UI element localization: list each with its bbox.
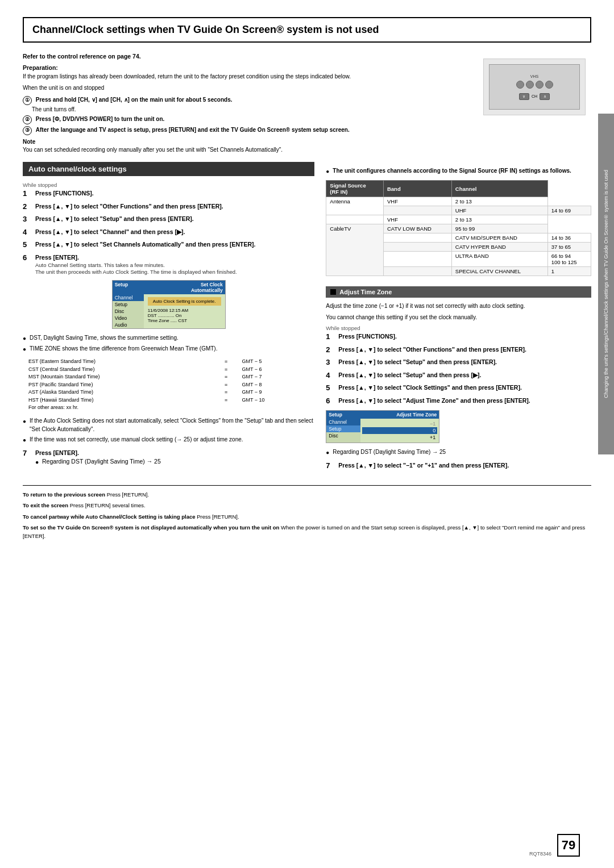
atz-screen-header: Setup Adjust Time Zone (326, 411, 439, 419)
bullet-icon-4: ● (23, 436, 27, 444)
adjust-time-zone-header: Adjust Time Zone (326, 286, 591, 298)
prep-desc: If the program listings has already been… (23, 73, 466, 81)
step6-num: 6 (23, 253, 33, 262)
atz-dst-note: ● Regarding DST (Daylight Saving Time) →… (326, 448, 591, 457)
step1-block: While stopped 1 Press [FUNCTIONS]. (23, 182, 314, 198)
screen-right-panel: Auto Clock Setting is complete. 11/6/200… (144, 294, 225, 328)
gmt-val (242, 404, 315, 412)
gmt-label: MST (Mountain Standard Time) (28, 373, 210, 381)
td-channel: 2 to 13 (451, 197, 547, 206)
more-bullets: ● If the Auto Clock Setting does not sta… (23, 416, 314, 444)
gmt-label: AST (Alaska Standard Time) (28, 389, 210, 397)
prep-step3-text: After the language and TV aspect is setu… (36, 127, 350, 133)
atz-step3-text: Press [▲, ▼] to select "Setup" and then … (338, 358, 591, 366)
sidebar-vertical-text: Changing the unit's settings/Channel/Clo… (598, 114, 614, 454)
atz-step7-item: 7 Press [▲, ▼] to select "−1" or "+1" an… (326, 461, 591, 470)
table-row: AntennaVHF2 to 13 (326, 197, 591, 206)
screen-message: Auto Clock Setting is complete. (148, 297, 221, 306)
td-source (383, 252, 451, 267)
gmt-row: MST (Mountain Standard Time)=GMT − 7 (28, 373, 314, 381)
gmt-row: AST (Alaska Standard Time)=GMT − 9 (28, 389, 314, 397)
bottom-note-bold: To cancel partway while Auto Channel/Clo… (23, 514, 196, 520)
atz-screen-header-left: Setup (329, 412, 383, 418)
device-btn-4 (545, 81, 553, 89)
td-band: VHF (383, 197, 451, 206)
step2-text: Press [▲, ▼] to select "Other Functions"… (35, 202, 314, 211)
atz-step1-item: 1 Press [FUNCTIONS]. (326, 332, 591, 341)
left-column: Auto channel/clock settings While stoppe… (23, 162, 314, 474)
td-source (383, 243, 451, 252)
gmt-eq: = (213, 373, 240, 381)
step1-while: While stopped (23, 182, 314, 188)
step4-text: Press [▲, ▼] to select "Channel" and the… (35, 228, 314, 236)
step6-sub2: The unit then proceeds with Auto Clock S… (35, 269, 314, 276)
td-source: Antenna (326, 197, 384, 215)
atz-val-plus1: +1 (362, 434, 437, 441)
gmt-val: GMT − 5 (242, 358, 315, 366)
step-circle-2: ② (23, 115, 32, 124)
note-label: Note (23, 139, 466, 145)
prep-step-1: ① Press and hold [CH, ∨] and [CH, ∧] on … (23, 95, 466, 114)
prep-step-2: ② Press [Φ, DVD/VHS POWER] to turn the u… (23, 115, 466, 124)
gmt-val: GMT − 6 (242, 366, 315, 374)
step7-item: 7 Press [ENTER]. ● Regarding DST (Daylig… (23, 449, 314, 468)
gmt-eq: = (213, 397, 240, 404)
auto-clock-note1: If the Auto Clock Setting does not start… (30, 416, 314, 433)
step7-content: Press [ENTER]. ● Regarding DST (Daylight… (35, 449, 314, 468)
bottom-notes: To return to the previous screen Press [… (23, 485, 591, 540)
atz-screen-body: Channel Setup Disc −1 0 +1 (326, 419, 439, 443)
device-btn-2 (526, 81, 534, 89)
step6-text: Press [ENTER]. (35, 253, 314, 262)
atz-step4-item: 4 Press [▲, ▼] to select "Setup" and the… (326, 371, 591, 380)
prep-steps: ① Press and hold [CH, ∨] and [CH, ∧] on … (23, 95, 466, 135)
bullet-icon-1: ● (23, 334, 27, 343)
screen-row-disc: Disc (113, 308, 144, 315)
step1-item: 1 Press [FUNCTIONS]. (23, 189, 314, 198)
td-band: CATV HYPER BAND (451, 243, 547, 252)
gmt-val: GMT − 9 (242, 389, 315, 397)
bottom-note-item: To cancel partway while Auto Channel/Clo… (23, 512, 591, 521)
td-source (383, 233, 451, 243)
bottom-note-text: Press [RETURN]. (196, 514, 239, 520)
rqt-code: RQT8346 (529, 851, 551, 857)
atz-step1-num: 1 (326, 332, 336, 341)
step6-content: Press [ENTER]. Auto Channel Setting star… (35, 253, 314, 276)
gmt-eq: = (213, 358, 240, 366)
step5-num: 5 (23, 240, 33, 249)
atz-step1-block: While stopped 1 Press [FUNCTIONS]. (326, 325, 591, 341)
step3-item: 3 Press [▲, ▼] to select "Setup" and the… (23, 215, 314, 224)
step4-num: 4 (23, 228, 33, 237)
device-btn-3 (536, 81, 544, 89)
td-band: VHF (383, 215, 451, 224)
main-title: Channel/Clock settings when TV Guide On … (23, 17, 591, 43)
device-top-label: VHS (530, 74, 538, 78)
gmt-val: GMT − 7 (242, 373, 315, 381)
atz-row-channel: Channel (326, 419, 360, 425)
col-signal-source: Signal Source(RF IN) (326, 181, 384, 197)
atz-step1-while: While stopped (326, 325, 591, 331)
screen-dst: DST ............. On (148, 313, 221, 318)
gmt-row: CST (Central Standard Time)=GMT − 6 (28, 366, 314, 374)
bottom-note-item: To set so the TV Guide On Screen® system… (23, 523, 591, 540)
step-circle-1: ① (23, 96, 32, 105)
atz-step5-text: Press [▲, ▼] to select "Clock Settings" … (338, 383, 591, 392)
bullets-after-screen: ● DST, Daylight Saving Time, shows the s… (23, 333, 314, 353)
auto-clock-note1-item: ● If the Auto Clock Setting does not sta… (23, 416, 314, 433)
td-source (326, 215, 384, 224)
signal-table: Signal Source(RF IN) Band Channel Antenn… (326, 180, 591, 276)
atz-step7-num: 7 (326, 461, 336, 470)
td-band: CATV MID/SUPER BAND (451, 233, 547, 243)
page-number: 79 (557, 834, 580, 857)
device-buttons (516, 81, 553, 89)
bottom-note-item: To return to the previous screen Press [… (23, 490, 591, 499)
atz-step2-num: 2 (326, 345, 336, 354)
atz-step5-item: 5 Press [▲, ▼] to select "Clock Settings… (326, 383, 591, 393)
gmt-label: For other areas: xx hr. (28, 404, 210, 412)
gmt-row: EST (Eastern Standard Time)=GMT − 5 (28, 358, 314, 366)
note-text: You can set scheduled recording only man… (23, 146, 466, 154)
main-content: Auto channel/clock settings While stoppe… (23, 162, 591, 474)
signal-note-section: ● The unit configures channels according… (326, 166, 591, 176)
adjust-tz-desc2: You cannot change this setting if you se… (326, 314, 591, 322)
screen-header: Setup Set Clock Automatically (113, 281, 225, 294)
auto-clock-screen: Setup Set Clock Automatically Channel Se… (112, 280, 226, 329)
